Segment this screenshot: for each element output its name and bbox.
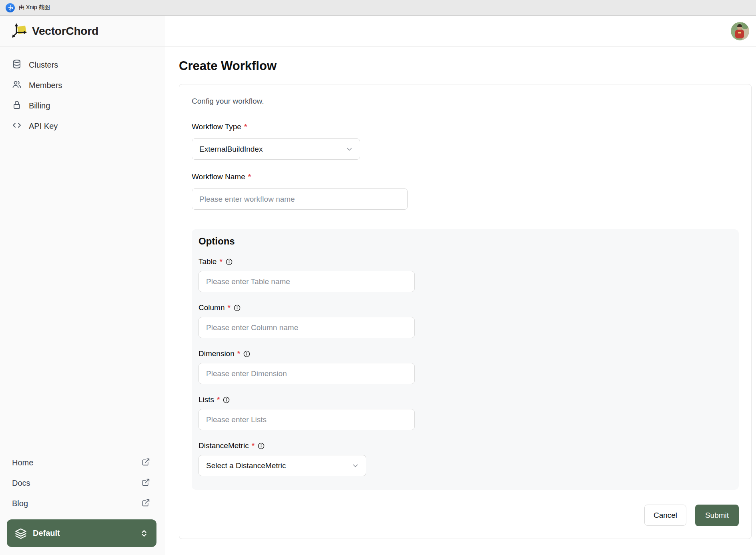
sidebar-item-members[interactable]: Members <box>0 75 165 96</box>
workflow-type-label: Workflow Type * <box>192 122 739 131</box>
chevron-down-icon <box>345 145 353 153</box>
label-text: Table <box>199 257 217 266</box>
sidebar-item-label: Billing <box>29 101 50 110</box>
brand-name: VectorChord <box>32 25 98 38</box>
page-title: Create Workflow <box>179 59 752 73</box>
options-panel: Options Table * Column <box>192 229 739 490</box>
external-link-icon <box>142 478 150 489</box>
card-description: Config your workflow. <box>192 97 739 106</box>
column-label: Column * <box>199 303 731 312</box>
required-marker: * <box>217 395 220 404</box>
table-label: Table * <box>199 257 731 266</box>
lists-label: Lists * <box>199 395 731 404</box>
label-text: Workflow Name <box>192 172 245 181</box>
required-marker: * <box>248 172 251 181</box>
form-actions: Cancel Submit <box>192 505 739 526</box>
distance-metric-field: DistanceMetric * Select a DistanceMetric <box>199 441 731 476</box>
layers-icon <box>15 527 27 539</box>
table-field: Table * <box>199 257 731 292</box>
info-icon[interactable] <box>223 396 230 404</box>
options-heading: Options <box>199 236 731 247</box>
required-marker: * <box>252 441 255 450</box>
lock-icon <box>12 100 22 112</box>
code-icon <box>12 120 22 132</box>
dimension-input[interactable] <box>199 363 415 384</box>
distance-metric-label: DistanceMetric * <box>199 441 731 450</box>
lists-field: Lists * <box>199 395 731 430</box>
xnip-caption: 由 Xnip 截图 <box>19 4 50 11</box>
info-icon[interactable] <box>257 442 265 450</box>
label-text: Lists <box>199 395 214 404</box>
chevrons-up-down-icon <box>140 529 148 538</box>
content: Create Workflow Config your workflow. Wo… <box>165 47 756 539</box>
label-text: Column <box>199 303 225 312</box>
external-link-icon <box>142 458 150 468</box>
label-text: DistanceMetric <box>199 441 249 450</box>
app-shell: VectorChord Clusters <box>0 16 756 555</box>
create-workflow-card: Config your workflow. Workflow Type * Ex… <box>179 84 752 539</box>
workflow-name-label: Workflow Name * <box>192 172 739 181</box>
xnip-scissors-icon <box>6 3 15 12</box>
submit-button[interactable]: Submit <box>695 505 739 526</box>
lists-input[interactable] <box>199 409 415 430</box>
sidebar-spacer <box>0 136 165 453</box>
sidebar-item-label: Clusters <box>29 60 58 70</box>
sidebar-link-blog[interactable]: Blog <box>0 493 165 514</box>
cancel-button[interactable]: Cancel <box>644 505 686 526</box>
sidebar-link-label: Docs <box>12 479 30 488</box>
info-icon[interactable] <box>233 304 241 312</box>
sidebar-link-docs[interactable]: Docs <box>0 473 165 493</box>
sidebar-item-label: Members <box>29 81 62 90</box>
workflow-name-input[interactable] <box>192 188 408 210</box>
workflow-type-select[interactable]: ExternalBuildIndex <box>192 138 360 160</box>
database-icon <box>12 59 22 71</box>
sidebar: VectorChord Clusters <box>0 16 165 555</box>
required-marker: * <box>244 122 247 131</box>
workflow-type-value: ExternalBuildIndex <box>199 145 263 154</box>
project-selector[interactable]: Default <box>7 519 156 547</box>
table-input[interactable] <box>199 271 415 292</box>
external-link-icon <box>142 499 150 509</box>
user-avatar[interactable] <box>731 22 749 40</box>
column-field: Column * <box>199 303 731 338</box>
sidebar-item-clusters[interactable]: Clusters <box>0 55 165 75</box>
column-input[interactable] <box>199 317 415 338</box>
xnip-capture-bar: 由 Xnip 截图 <box>0 0 756 16</box>
sidebar-item-billing[interactable]: Billing <box>0 96 165 116</box>
distance-metric-select[interactable]: Select a DistanceMetric <box>199 455 366 476</box>
info-icon[interactable] <box>225 258 233 266</box>
required-marker: * <box>237 349 240 358</box>
label-text: Dimension <box>199 349 235 358</box>
sidebar-nav: Clusters Members <box>0 47 165 136</box>
vectorchord-logo-icon <box>11 22 29 41</box>
project-selector-label: Default <box>33 529 134 538</box>
sidebar-link-home[interactable]: Home <box>0 453 165 473</box>
sidebar-external-links: Home Docs Blog <box>0 453 165 514</box>
dimension-label: Dimension * <box>199 349 731 358</box>
sidebar-link-label: Blog <box>12 499 28 508</box>
label-text: Workflow Type <box>192 122 241 131</box>
main-area: Create Workflow Config your workflow. Wo… <box>165 16 756 555</box>
dimension-field: Dimension * <box>199 349 731 384</box>
sidebar-item-api-key[interactable]: API Key <box>0 116 165 136</box>
sidebar-link-label: Home <box>12 458 33 467</box>
users-icon <box>12 80 22 91</box>
chevron-down-icon <box>351 462 359 470</box>
brand-logo[interactable]: VectorChord <box>0 16 165 47</box>
sidebar-item-label: API Key <box>29 122 58 131</box>
required-marker: * <box>219 257 222 266</box>
distance-metric-placeholder: Select a DistanceMetric <box>206 461 286 470</box>
info-icon[interactable] <box>243 350 251 358</box>
required-marker: * <box>227 303 230 312</box>
main-header <box>165 16 756 47</box>
